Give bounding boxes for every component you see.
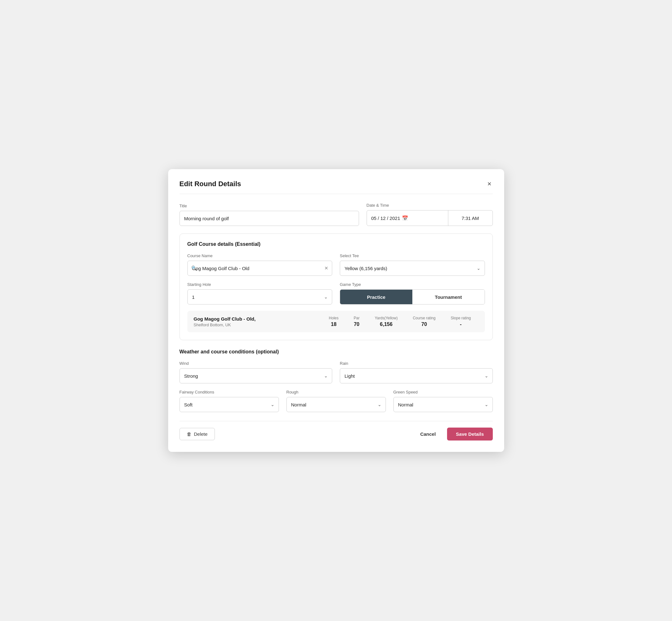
stat-slope-rating: Slope rating - — [443, 316, 478, 327]
tournament-button[interactable]: Tournament — [412, 290, 485, 304]
course-name-input[interactable] — [187, 261, 333, 276]
save-button[interactable]: Save Details — [447, 427, 493, 441]
select-tee-dropdown[interactable]: Yellow (6,156 yards) — [340, 261, 485, 276]
cancel-button[interactable]: Cancel — [415, 428, 441, 440]
wind-label: Wind — [179, 361, 333, 366]
select-tee-wrap: Yellow (6,156 yards) ⌄ — [340, 261, 485, 276]
holes-label: Holes — [329, 316, 339, 320]
yards-value: 6,156 — [380, 322, 392, 327]
practice-button[interactable]: Practice — [340, 290, 412, 304]
title-datetime-row: Title Date & Time 05 / 12 / 2021 📅 7:31 … — [179, 203, 493, 226]
delete-button[interactable]: 🗑 Delete — [179, 428, 215, 440]
weather-section-title: Weather and course conditions (optional) — [179, 349, 493, 355]
green-speed-dropdown[interactable]: Slow Normal Fast — [393, 397, 493, 412]
date-value: 05 / 12 / 2021 — [371, 215, 401, 221]
golf-course-section: Golf Course details (Essential) Course N… — [179, 234, 493, 340]
rough-dropdown[interactable]: Soft Normal Hard — [287, 397, 386, 412]
time-value: 7:31 AM — [462, 215, 479, 221]
course-stats: Holes 18 Par 70 Yards(Yellow) 6,156 Cour… — [321, 316, 478, 327]
course-rating-label: Course rating — [413, 316, 435, 320]
datetime-label: Date & Time — [367, 203, 493, 208]
stat-course-rating: Course rating 70 — [405, 316, 443, 327]
game-type-label: Game Type — [340, 282, 485, 287]
fairway-wrap: Soft Normal Hard ⌄ — [179, 397, 279, 412]
close-button[interactable]: × — [486, 179, 493, 189]
starting-hole-label: Starting Hole — [187, 282, 333, 287]
edit-round-modal: Edit Round Details × Title Date & Time 0… — [168, 169, 504, 452]
course-name-wrap: 🔍 ✕ — [187, 261, 333, 276]
title-label: Title — [179, 204, 359, 208]
yards-label: Yards(Yellow) — [375, 316, 398, 320]
green-speed-wrap: Slow Normal Fast ⌄ — [393, 397, 493, 412]
course-name-label: Course Name — [187, 253, 333, 258]
holes-value: 18 — [331, 322, 337, 327]
wind-field: Wind None Light Moderate Strong ⌄ — [179, 361, 333, 383]
wind-wrap: None Light Moderate Strong ⌄ — [179, 368, 333, 383]
starting-hole-dropdown[interactable]: 1 — [187, 289, 333, 304]
date-input[interactable]: 05 / 12 / 2021 📅 — [367, 210, 448, 225]
select-tee-field: Select Tee Yellow (6,156 yards) ⌄ — [340, 253, 485, 276]
golf-section-title: Golf Course details (Essential) — [187, 241, 485, 247]
calendar-icon: 📅 — [402, 215, 408, 221]
rain-wrap: None Light Moderate Heavy ⌄ — [340, 368, 493, 383]
conditions-row: Fairway Conditions Soft Normal Hard ⌄ Ro… — [179, 390, 493, 412]
starting-hole-field: Starting Hole 1 ⌄ — [187, 282, 333, 304]
rain-label: Rain — [340, 361, 493, 366]
green-speed-label: Green Speed — [393, 390, 493, 395]
search-icon: 🔍 — [191, 265, 197, 271]
game-type-field: Game Type Practice Tournament — [340, 282, 485, 304]
par-value: 70 — [354, 322, 359, 327]
rough-label: Rough — [287, 390, 386, 395]
wind-dropdown[interactable]: None Light Moderate Strong — [179, 368, 333, 383]
course-rating-value: 70 — [421, 322, 427, 327]
weather-section: Weather and course conditions (optional)… — [179, 349, 493, 412]
rough-field: Rough Soft Normal Hard ⌄ — [287, 390, 386, 412]
stat-yards: Yards(Yellow) 6,156 — [367, 316, 406, 327]
time-input[interactable]: 7:31 AM — [448, 210, 493, 225]
fairway-field: Fairway Conditions Soft Normal Hard ⌄ — [179, 390, 279, 412]
stat-holes: Holes 18 — [321, 316, 346, 327]
datetime-inputs: 05 / 12 / 2021 📅 7:31 AM — [367, 210, 493, 226]
hole-gametype-row: Starting Hole 1 ⌄ Game Type Practice Tou… — [187, 282, 485, 304]
footer-right: Cancel Save Details — [415, 427, 493, 441]
starting-hole-wrap: 1 ⌄ — [187, 289, 333, 304]
modal-header: Edit Round Details × — [179, 179, 493, 194]
select-tee-label: Select Tee — [340, 253, 485, 258]
title-input[interactable] — [179, 211, 359, 226]
rain-dropdown[interactable]: None Light Moderate Heavy — [340, 368, 493, 383]
course-info-location: Shelford Bottom, UK — [194, 323, 322, 327]
course-info-card: Gog Magog Golf Club - Old, Shelford Bott… — [187, 311, 485, 332]
game-type-toggle: Practice Tournament — [340, 289, 485, 304]
par-label: Par — [354, 316, 360, 320]
course-info-name: Gog Magog Golf Club - Old, Shelford Bott… — [194, 316, 322, 327]
stat-par: Par 70 — [346, 316, 367, 327]
course-tee-row: Course Name 🔍 ✕ Select Tee Yellow (6,156… — [187, 253, 485, 276]
course-info-name-text: Gog Magog Golf Club - Old, — [194, 316, 322, 322]
slope-rating-label: Slope rating — [451, 316, 471, 320]
modal-title: Edit Round Details — [179, 180, 241, 188]
rain-field: Rain None Light Moderate Heavy ⌄ — [340, 361, 493, 383]
datetime-field: Date & Time 05 / 12 / 2021 📅 7:31 AM — [367, 203, 493, 226]
wind-rain-row: Wind None Light Moderate Strong ⌄ Rain N… — [179, 361, 493, 383]
clear-course-icon[interactable]: ✕ — [324, 265, 328, 271]
title-field: Title — [179, 204, 359, 226]
footer-row: 🗑 Delete Cancel Save Details — [179, 421, 493, 441]
slope-rating-value: - — [460, 322, 462, 327]
delete-label: Delete — [194, 431, 208, 437]
rough-wrap: Soft Normal Hard ⌄ — [287, 397, 386, 412]
fairway-label: Fairway Conditions — [179, 390, 279, 395]
trash-icon: 🗑 — [187, 431, 192, 437]
course-name-field: Course Name 🔍 ✕ — [187, 253, 333, 276]
green-speed-field: Green Speed Slow Normal Fast ⌄ — [393, 390, 493, 412]
fairway-dropdown[interactable]: Soft Normal Hard — [179, 397, 279, 412]
